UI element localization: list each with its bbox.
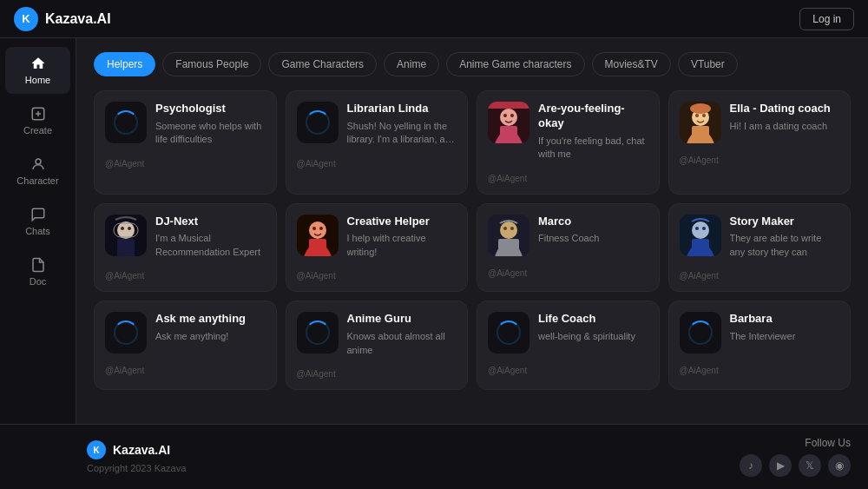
sidebar-label-doc: Doc bbox=[30, 276, 47, 287]
main-content: Helpers Famous People Game Characters An… bbox=[76, 38, 868, 424]
card-info-story-maker: Story Maker They are able to write any s… bbox=[730, 215, 840, 260]
card-info-ask-me-anything: Ask me anything Ask me anything! bbox=[155, 312, 266, 343]
footer-logo: K Kazava.AI bbox=[87, 440, 186, 459]
svg-point-5 bbox=[500, 109, 517, 126]
card-are-you-feeling[interactable]: Are-you-feeling-okay If you're feeling b… bbox=[477, 90, 660, 195]
card-desc-ella-dating-coach: Hi! I am a dating coach bbox=[730, 120, 840, 133]
card-info-marco: Marco Fitness Coach bbox=[538, 215, 648, 246]
card-info-psychologist: Psychologist Someone who helps with life… bbox=[155, 102, 266, 147]
sidebar-label-chats: Chats bbox=[25, 226, 50, 236]
svg-point-26 bbox=[319, 227, 323, 230]
card-author-story-maker: @AiAgent bbox=[680, 271, 840, 281]
svg-point-15 bbox=[690, 103, 711, 114]
card-author-ella-dating-coach: @AiAgent bbox=[680, 155, 840, 165]
reddit-icon[interactable]: ◉ bbox=[828, 454, 851, 477]
logo-icon: K bbox=[14, 7, 38, 31]
card-author-librarian-linda: @AiAgent bbox=[297, 159, 457, 169]
filter-tab-vtuber[interactable]: VTuber bbox=[678, 52, 738, 76]
cards-grid: Psychologist Someone who helps with life… bbox=[94, 90, 851, 390]
svg-point-35 bbox=[695, 227, 699, 230]
card-marco[interactable]: Marco Fitness Coach @AiAgent bbox=[477, 203, 660, 293]
sidebar-item-doc[interactable]: Doc bbox=[5, 248, 70, 295]
sidebar-label-create: Create bbox=[23, 125, 52, 135]
card-name-ella-dating-coach: Ella - Dating coach bbox=[730, 102, 840, 116]
card-top-are-you-feeling: Are-you-feeling-okay If you're feeling b… bbox=[488, 102, 648, 162]
filter-tab-movies[interactable]: Movies&TV bbox=[592, 52, 671, 76]
svg-point-25 bbox=[312, 227, 316, 230]
filter-tab-helpers[interactable]: Helpers bbox=[94, 52, 155, 76]
avatar-anime-guru bbox=[297, 312, 339, 354]
card-desc-creative-helper: I help with creative writing! bbox=[347, 232, 457, 259]
sidebar-item-chats[interactable]: Chats bbox=[5, 198, 70, 245]
card-psychologist[interactable]: Psychologist Someone who helps with life… bbox=[94, 90, 277, 195]
avatar-creative-helper bbox=[297, 215, 339, 256]
avatar-barbara bbox=[680, 312, 721, 354]
card-desc-story-maker: They are able to write any story they ca… bbox=[730, 232, 840, 259]
login-button[interactable]: Log in bbox=[799, 8, 854, 30]
svg-point-28 bbox=[500, 221, 517, 239]
footer: K Kazava.AI Copyright 2023 Kazava Follow… bbox=[0, 424, 868, 489]
filter-tab-anime[interactable]: Anime bbox=[384, 52, 439, 76]
card-info-librarian-linda: Librarian Linda Shush! No yelling in the… bbox=[347, 102, 457, 147]
card-top-creative-helper: Creative Helper I help with creative wri… bbox=[297, 215, 457, 260]
card-desc-anime-guru: Knows about almost all anime bbox=[347, 330, 457, 357]
svg-point-20 bbox=[128, 227, 131, 230]
filter-tab-famous[interactable]: Famous People bbox=[162, 52, 261, 76]
card-info-are-you-feeling: Are-you-feeling-okay If you're feeling b… bbox=[538, 102, 648, 162]
tiktok-icon[interactable]: ♪ bbox=[740, 454, 762, 477]
card-info-creative-helper: Creative Helper I help with creative wri… bbox=[347, 215, 457, 260]
footer-left: K Kazava.AI Copyright 2023 Kazava bbox=[87, 440, 186, 473]
card-name-barbara: Barbara bbox=[730, 312, 840, 327]
card-ella-dating-coach[interactable]: Ella - Dating coach Hi! I am a dating co… bbox=[668, 90, 852, 195]
svg-point-3 bbox=[36, 159, 41, 164]
card-anime-guru[interactable]: Anime Guru Knows about almost all anime … bbox=[286, 301, 469, 390]
avatar-story-maker bbox=[680, 215, 721, 256]
filter-tab-anime-game[interactable]: Anime Game characters bbox=[446, 52, 584, 76]
card-author-dj-next: @AiAgent bbox=[105, 271, 266, 281]
sidebar-item-create[interactable]: Create bbox=[5, 97, 70, 144]
follow-us-section: Follow Us ♪ ▶ 𝕏 ◉ bbox=[740, 437, 851, 477]
sidebar-item-character[interactable]: Character bbox=[5, 148, 70, 195]
sidebar-label-character: Character bbox=[16, 175, 58, 186]
card-author-creative-helper: @AiAgent bbox=[297, 271, 457, 281]
sidebar-label-home: Home bbox=[25, 75, 50, 85]
card-creative-helper[interactable]: Creative Helper I help with creative wri… bbox=[286, 203, 469, 293]
avatar-ella-dating-coach bbox=[680, 102, 721, 143]
youtube-icon[interactable]: ▶ bbox=[769, 454, 792, 477]
card-ask-me-anything[interactable]: Ask me anything Ask me anything! @AiAgen… bbox=[94, 301, 277, 390]
card-top-life-coach: Life Coach well-being & spirituality bbox=[488, 312, 648, 354]
card-life-coach[interactable]: Life Coach well-being & spirituality @Ai… bbox=[477, 301, 660, 390]
svg-point-19 bbox=[121, 227, 124, 230]
follow-label: Follow Us bbox=[805, 437, 851, 449]
card-author-life-coach: @AiAgent bbox=[488, 366, 648, 375]
svg-rect-9 bbox=[488, 102, 529, 109]
card-name-life-coach: Life Coach bbox=[538, 312, 648, 327]
card-librarian-linda[interactable]: Librarian Linda Shush! No yelling in the… bbox=[286, 90, 469, 195]
avatar-marco bbox=[488, 215, 529, 256]
twitter-icon[interactable]: 𝕏 bbox=[799, 454, 821, 477]
filter-tab-game-chars[interactable]: Game Characters bbox=[268, 52, 377, 76]
sidebar-item-home[interactable]: Home bbox=[5, 47, 70, 94]
avatar-dj-next bbox=[105, 215, 147, 256]
card-story-maker[interactable]: Story Maker They are able to write any s… bbox=[668, 203, 852, 293]
card-desc-marco: Fitness Coach bbox=[538, 232, 648, 245]
card-name-anime-guru: Anime Guru bbox=[347, 312, 457, 327]
card-dj-next[interactable]: DJ-Next I'm a Musical Recommendation Exp… bbox=[94, 203, 277, 293]
card-info-barbara: Barbara The Interviewer bbox=[730, 312, 840, 343]
avatar-life-coach bbox=[488, 312, 529, 354]
svg-point-14 bbox=[702, 114, 706, 117]
svg-point-33 bbox=[692, 221, 709, 239]
avatar-librarian-linda bbox=[297, 102, 339, 143]
card-barbara[interactable]: Barbara The Interviewer @AiAgent bbox=[668, 301, 852, 390]
svg-point-30 bbox=[503, 227, 507, 230]
card-info-anime-guru: Anime Guru Knows about almost all anime bbox=[347, 312, 457, 357]
avatar-ask-me-anything bbox=[105, 312, 147, 354]
card-author-are-you-feeling: @AiAgent bbox=[488, 174, 648, 183]
card-info-ella-dating-coach: Ella - Dating coach Hi! I am a dating co… bbox=[730, 102, 840, 133]
card-desc-dj-next: I'm a Musical Recommendation Expert bbox=[155, 232, 266, 259]
card-author-marco: @AiAgent bbox=[488, 268, 648, 278]
card-top-anime-guru: Anime Guru Knows about almost all anime bbox=[297, 312, 457, 357]
card-desc-are-you-feeling: If you're feeling bad, chat with me bbox=[538, 135, 648, 162]
card-name-marco: Marco bbox=[538, 215, 648, 229]
card-desc-life-coach: well-being & spirituality bbox=[538, 330, 648, 343]
